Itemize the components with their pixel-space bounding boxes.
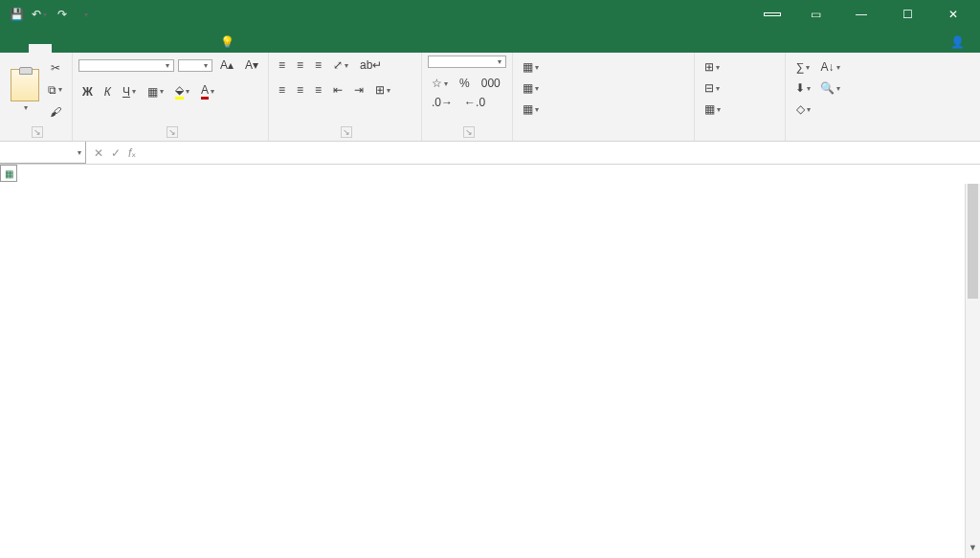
maximize-icon[interactable]: ☐ bbox=[886, 0, 928, 29]
accounting-icon[interactable]: ☆▾ bbox=[428, 74, 452, 93]
group-alignment: ≡ ≡ ≡ ⤢▾ ab↵ ≡ ≡ ≡ ⇤ ⇥ ⊞▾ ↘ bbox=[269, 53, 422, 141]
enter-fx-icon[interactable]: ✓ bbox=[107, 146, 124, 160]
cell-styles-button[interactable]: ▦ ▾ bbox=[519, 100, 688, 119]
font-name-select[interactable]: ▾ bbox=[78, 59, 174, 72]
align-right-icon[interactable]: ≡ bbox=[311, 80, 325, 100]
tell-me[interactable]: 💡 bbox=[212, 35, 246, 53]
align-middle-icon[interactable]: ≡ bbox=[293, 56, 307, 75]
quick-access-toolbar: 💾 ↶▾ ↷ ▾ bbox=[0, 6, 101, 23]
tab-insert[interactable] bbox=[52, 44, 75, 53]
wrap-text-icon[interactable]: ab↵ bbox=[356, 56, 386, 75]
scroll-down-icon[interactable]: ▼ bbox=[966, 543, 980, 558]
clear-icon[interactable]: ◇▾ bbox=[791, 100, 814, 119]
formula-bar-row: ▾ ✕ ✓ fₓ bbox=[0, 142, 980, 165]
tab-formulas[interactable] bbox=[98, 44, 121, 53]
align-top-icon[interactable]: ≡ bbox=[275, 56, 289, 75]
percent-icon[interactable]: % bbox=[456, 74, 474, 93]
tab-file[interactable] bbox=[6, 44, 29, 53]
tab-layout[interactable] bbox=[75, 44, 98, 53]
underline-button[interactable]: Ч▾ bbox=[119, 82, 140, 101]
tab-help[interactable] bbox=[189, 44, 212, 53]
group-number: ▾ ☆▾ % 000 .0→ ←.0 ↘ bbox=[422, 53, 513, 141]
tab-review[interactable] bbox=[144, 44, 167, 53]
cut-icon[interactable]: ✂ bbox=[44, 58, 66, 78]
increase-decimal-icon[interactable]: .0→ bbox=[428, 93, 457, 112]
quick-analysis-icon[interactable]: ▦ bbox=[0, 165, 17, 182]
login-button[interactable] bbox=[764, 12, 781, 16]
align-left-icon[interactable]: ≡ bbox=[275, 80, 289, 100]
format-cells-button[interactable]: ▦ ▾ bbox=[701, 100, 779, 119]
fx-icon[interactable]: fₓ bbox=[124, 146, 140, 160]
tab-data[interactable] bbox=[121, 44, 144, 53]
font-size-select[interactable]: ▾ bbox=[178, 59, 212, 72]
minimize-icon[interactable]: — bbox=[840, 0, 882, 29]
sort-filter-icon[interactable]: A↓▾ bbox=[816, 57, 844, 77]
worksheet-grid[interactable]: ▦ ▲ ▼ bbox=[0, 165, 980, 558]
merge-icon[interactable]: ⊞▾ bbox=[371, 80, 394, 100]
cancel-fx-icon[interactable]: ✕ bbox=[90, 146, 107, 160]
decrease-indent-icon[interactable]: ⇤ bbox=[329, 80, 346, 100]
border-icon[interactable]: ▦▾ bbox=[144, 82, 167, 101]
clipboard-icon bbox=[11, 69, 39, 101]
undo-icon[interactable]: ↶▾ bbox=[31, 6, 48, 23]
comma-icon[interactable]: 000 bbox=[478, 74, 504, 93]
align-bottom-icon[interactable]: ≡ bbox=[311, 56, 325, 75]
save-icon[interactable]: 💾 bbox=[8, 6, 25, 23]
fill-icon[interactable]: ⬇▾ bbox=[791, 78, 814, 98]
increase-font-icon[interactable]: A▴ bbox=[216, 56, 237, 75]
name-box[interactable]: ▾ bbox=[0, 142, 86, 164]
formula-bar[interactable] bbox=[144, 142, 980, 164]
group-font: ▾ ▾ A▴ A▾ Ж К Ч▾ ▦▾ ⬙▾ A▾ ↘ bbox=[73, 53, 269, 141]
font-color-icon[interactable]: A▾ bbox=[197, 80, 218, 102]
align-dialog-icon[interactable]: ↘ bbox=[341, 126, 352, 138]
scrollbar-thumb[interactable] bbox=[968, 184, 978, 299]
decrease-decimal-icon[interactable]: ←.0 bbox=[460, 93, 489, 112]
format-as-table-button[interactable]: ▦ ▾ bbox=[519, 78, 688, 98]
italic-button[interactable]: К bbox=[100, 82, 115, 101]
share-button[interactable]: 👤 bbox=[939, 35, 980, 53]
insert-cells-button[interactable]: ⊞ ▾ bbox=[701, 57, 779, 77]
formula-bar-buttons: ✕ ✓ fₓ bbox=[86, 142, 144, 164]
group-styles: ▦ ▾ ▦ ▾ ▦ ▾ bbox=[513, 53, 695, 141]
bold-button[interactable]: Ж bbox=[78, 82, 97, 101]
find-select-icon[interactable]: 🔍▾ bbox=[816, 78, 844, 98]
redo-icon[interactable]: ↷ bbox=[54, 6, 71, 23]
title-bar: 💾 ↶▾ ↷ ▾ ▭ — ☐ ✕ bbox=[0, 0, 980, 29]
vertical-scrollbar[interactable]: ▲ ▼ bbox=[965, 184, 980, 558]
ribbon: ▾ ✂ ⧉▾ 🖌 ↘ ▾ ▾ A▴ A▾ Ж К Ч▾ ▦▾ ⬙▾ bbox=[0, 53, 980, 142]
number-dialog-icon[interactable]: ↘ bbox=[463, 126, 475, 138]
decrease-font-icon[interactable]: A▾ bbox=[241, 56, 262, 75]
paste-button[interactable]: ▾ bbox=[6, 56, 44, 124]
autosum-icon[interactable]: ∑▾ bbox=[791, 57, 814, 77]
font-dialog-icon[interactable]: ↘ bbox=[167, 126, 178, 138]
tab-home[interactable] bbox=[29, 44, 52, 53]
align-center-icon[interactable]: ≡ bbox=[293, 80, 307, 100]
increase-indent-icon[interactable]: ⇥ bbox=[350, 80, 368, 100]
format-painter-icon[interactable]: 🖌 bbox=[44, 102, 66, 122]
group-cells: ⊞ ▾ ⊟ ▾ ▦ ▾ bbox=[695, 53, 786, 141]
orientation-icon[interactable]: ⤢▾ bbox=[329, 56, 352, 75]
group-clipboard: ▾ ✂ ⧉▾ 🖌 ↘ bbox=[0, 53, 73, 141]
delete-cells-button[interactable]: ⊟ ▾ bbox=[701, 78, 779, 98]
ribbon-tabs: 💡 👤 bbox=[0, 29, 980, 53]
clipboard-dialog-icon[interactable]: ↘ bbox=[32, 126, 43, 138]
qat-customize-icon[interactable]: ▾ bbox=[77, 6, 94, 23]
close-icon[interactable]: ✕ bbox=[932, 0, 974, 29]
conditional-formatting-button[interactable]: ▦ ▾ bbox=[519, 57, 688, 77]
ribbon-options-icon[interactable]: ▭ bbox=[794, 0, 836, 29]
copy-icon[interactable]: ⧉▾ bbox=[44, 80, 66, 100]
number-format-select[interactable]: ▾ bbox=[428, 56, 506, 68]
group-editing: ∑▾ ⬇▾ ◇▾ A↓▾ 🔍▾ bbox=[786, 53, 881, 141]
fill-color-icon[interactable]: ⬙▾ bbox=[171, 80, 193, 102]
tab-view[interactable] bbox=[167, 44, 189, 53]
